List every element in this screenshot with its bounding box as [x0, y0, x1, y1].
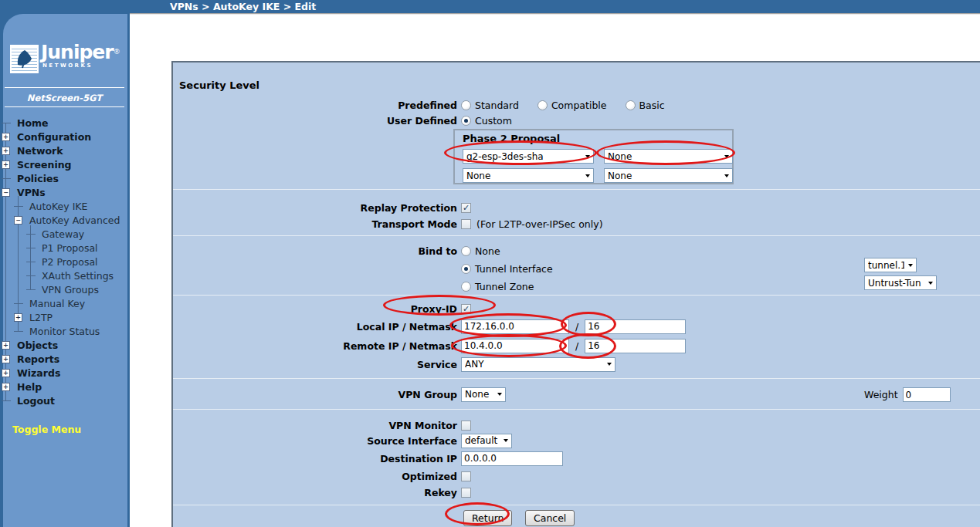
cancel-button[interactable]: Cancel [525, 510, 575, 526]
minus-expander-icon[interactable]: − [14, 216, 22, 225]
tunnel-interface-select[interactable]: tunnel.1 [864, 258, 917, 272]
plus-expander-icon[interactable]: + [2, 147, 10, 155]
sidebar-item-configuration[interactable]: +Configuration [2, 130, 91, 144]
sidebar-item-label: AutoKey Advanced [25, 215, 120, 226]
radio-compatible[interactable] [537, 100, 548, 110]
radio-tunnel-interface[interactable] [461, 264, 471, 274]
section-title: Security Level [179, 79, 259, 91]
weight-input[interactable] [903, 387, 951, 402]
transport-mode-checkbox[interactable] [461, 219, 471, 229]
local-ip-row: Local IP / Netmask / [173, 319, 980, 334]
proxy-id-row: Proxy-ID [173, 301, 980, 316]
tunnel-zone-select[interactable]: Untrust-Tun [864, 275, 937, 290]
sidebar-item-gateway[interactable]: Gateway [26, 227, 84, 241]
sidebar-item-manual-key[interactable]: Manual Key [14, 296, 85, 310]
sidebar-item-xauth-settings[interactable]: XAuth Settings [26, 269, 114, 282]
plus-expander-icon[interactable]: + [2, 133, 10, 141]
radio-custom[interactable] [461, 116, 471, 126]
sidebar-item-l2tp[interactable]: +L2TP [14, 310, 53, 324]
destination-ip-input[interactable] [461, 451, 563, 466]
sidebar-item-vpn-groups[interactable]: VPN Groups [26, 282, 99, 296]
plus-expander-icon[interactable]: + [14, 313, 22, 322]
return-button[interactable]: Return [463, 510, 512, 526]
plus-expander-icon[interactable]: + [2, 160, 10, 169]
sidebar-item-network[interactable]: +Network [2, 144, 63, 157]
sidebar-item-label: Monitor Status [25, 326, 100, 337]
plus-expander-icon[interactable]: + [2, 369, 10, 377]
remote-ip-input[interactable] [461, 339, 569, 353]
sidebar-item-label: P1 Proposal [38, 242, 98, 254]
sidebar-item-logout[interactable]: Logout [2, 394, 55, 407]
proxy-id-checkbox[interactable] [461, 304, 471, 314]
chevron-down-icon [908, 264, 913, 267]
plus-expander-icon[interactable]: + [2, 383, 10, 391]
sidebar-item-monitor-status[interactable]: Monitor Status [14, 324, 100, 338]
radio-standard-label: Standard [475, 100, 519, 111]
sidebar-menu: Home+Configuration+Network+ScreeningPoli… [0, 116, 130, 417]
radio-basic[interactable] [626, 100, 636, 110]
sidebar-item-reports[interactable]: +Reports [2, 352, 59, 366]
phase2-proposal-box: Phase 2 Proposal g2-esp-3des-sha None No… [453, 129, 734, 184]
service-select[interactable]: ANY [461, 357, 615, 372]
phase2-proposal-select-1[interactable]: g2-esp-3des-sha [463, 149, 594, 164]
rekey-checkbox[interactable] [461, 488, 471, 498]
plus-expander-icon[interactable]: + [2, 355, 10, 363]
brand-networks-label: NETWORKS [42, 62, 120, 69]
minus-expander-icon[interactable]: − [2, 188, 10, 197]
remote-netmask-input[interactable] [585, 339, 686, 353]
radio-tunnel-zone[interactable] [461, 282, 471, 292]
tree-connector [2, 400, 11, 401]
phase2-proposal-select-4[interactable]: None [604, 168, 733, 183]
sidebar-item-p2-proposal[interactable]: P2 Proposal [26, 255, 98, 269]
service-select-value: ANY [465, 359, 603, 370]
topbar-underline [130, 13, 980, 15]
tree-connector [2, 178, 11, 179]
sidebar-item-label: Configuration [13, 131, 91, 143]
phase2-proposal-select-3[interactable]: None [463, 168, 594, 183]
sidebar-item-autokey-ike[interactable]: AutoKey IKE [14, 199, 87, 213]
chevron-down-icon [724, 174, 729, 177]
sidebar: Juniper® NETWORKS NetScreen-5GT Home+Con… [0, 0, 130, 527]
radio-basic-label: Basic [639, 100, 665, 111]
sidebar-item-vpns[interactable]: −VPNs [2, 185, 46, 199]
vpn-monitor-checkbox[interactable] [461, 421, 471, 431]
radio-tunnel-interface-label: Tunnel Interface [475, 263, 553, 275]
toggle-menu-link[interactable]: Toggle Menu [12, 424, 81, 435]
source-interface-label: Source Interface [173, 435, 461, 447]
section-divider [173, 505, 980, 505]
destination-ip-label: Destination IP [173, 453, 461, 465]
chevron-down-icon [497, 393, 502, 396]
sidebar-item-label: Network [13, 145, 63, 157]
vpn-monitor-row: VPN Monitor [173, 417, 980, 433]
sidebar-item-screening[interactable]: +Screening [2, 157, 72, 171]
local-ip-input[interactable] [461, 319, 569, 334]
vpn-group-select[interactable]: None [461, 387, 506, 402]
sidebar-item-label: Policies [13, 173, 59, 184]
sidebar-item-p1-proposal[interactable]: P1 Proposal [26, 241, 98, 255]
phase2-proposal-select-4-value: None [608, 171, 721, 181]
source-interface-select-value: default [465, 435, 500, 446]
local-netmask-input[interactable] [585, 319, 686, 334]
sidebar-item-policies[interactable]: Policies [2, 171, 59, 185]
tree-connector [14, 331, 23, 332]
juniper-logo-text: Juniper® NETWORKS [41, 42, 120, 69]
optimized-checkbox[interactable] [461, 471, 471, 481]
transport-mode-label: Transport Mode [173, 218, 461, 230]
sidebar-item-autokey-advanced[interactable]: −AutoKey Advanced [14, 213, 120, 227]
sidebar-item-home[interactable]: Home [2, 116, 49, 130]
sidebar-item-wizards[interactable]: +Wizards [2, 366, 60, 380]
service-label: Service [173, 359, 461, 370]
replay-protection-checkbox[interactable] [461, 203, 471, 213]
sidebar-item-objects[interactable]: +Objects [2, 338, 58, 352]
sidebar-item-label: XAuth Settings [38, 270, 114, 282]
breadcrumb: VPNs > AutoKey IKE > Edit [170, 1, 316, 12]
radio-standard[interactable] [461, 100, 471, 110]
sidebar-item-label: Reports [13, 353, 59, 365]
user-defined-row: User Defined Custom [173, 113, 980, 128]
radio-bind-none[interactable] [461, 246, 471, 256]
sidebar-item-help[interactable]: +Help [2, 380, 42, 394]
source-interface-select[interactable]: default [461, 434, 512, 448]
phase2-proposal-select-2[interactable]: None [604, 149, 733, 164]
device-name-band: NetScreen-5GT [5, 87, 124, 107]
plus-expander-icon[interactable]: + [2, 341, 10, 350]
